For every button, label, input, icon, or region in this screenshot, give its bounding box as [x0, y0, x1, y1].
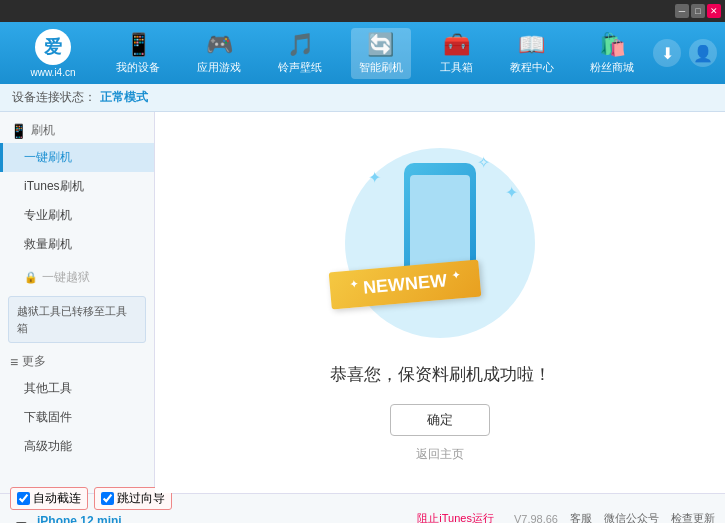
sidebar-section-more-header: ≡ 更多: [0, 347, 154, 374]
nav-smart-flash[interactable]: 🔄 智能刷机: [351, 28, 411, 79]
ringtone-icon: 🎵: [287, 32, 314, 58]
wechat-link[interactable]: 微信公众号: [604, 511, 659, 523]
sparkle-icon-1: ✦: [368, 168, 381, 187]
bottom-right: V7.98.66 客服 微信公众号 检查更新: [514, 511, 715, 523]
status-label: 设备连接状态：: [12, 89, 96, 106]
new-stars-left: ✦: [349, 278, 358, 290]
content-area: ✦ ✦ ✧ ✦ NEWNEW ✦ 恭喜您，保资料刷机成功啦！ 确定 返回主页: [155, 112, 725, 493]
service-link[interactable]: 客服: [570, 511, 592, 523]
phone-screen: [410, 175, 470, 275]
top-nav: 爱 www.i4.cn 📱 我的设备 🎮 应用游戏 🎵 铃声壁纸 🔄 智能刷机 …: [0, 22, 725, 84]
new-stars-right: ✦: [451, 269, 460, 281]
new-badge-text: NEW: [362, 274, 406, 298]
sidebar-section-more: ≡ 更多 其他工具 下载固件 高级功能: [0, 347, 154, 461]
sidebar-item-advanced[interactable]: 高级功能: [0, 432, 154, 461]
tutorial-icon: 📖: [518, 32, 545, 58]
confirm-button[interactable]: 确定: [390, 404, 490, 436]
sidebar-item-other-tools[interactable]: 其他工具: [0, 374, 154, 403]
download-button[interactable]: ⬇: [653, 39, 681, 67]
app-game-label: 应用游戏: [197, 60, 241, 75]
smart-flash-icon: 🔄: [367, 32, 394, 58]
lock-icon: 🔒: [24, 271, 38, 284]
smart-flash-label: 智能刷机: [359, 60, 403, 75]
sidebar-jailbreak-info: 越狱工具已转移至工具箱: [8, 296, 146, 343]
sidebar-section-flash: 📱 刷机 一键刷机 iTunes刷机 专业刷机 救量刷机: [0, 116, 154, 259]
go-home-link[interactable]: 返回主页: [416, 446, 464, 463]
logo-subtext: www.i4.cn: [30, 67, 75, 78]
tutorial-label: 教程中心: [510, 60, 554, 75]
sidebar-item-download-firmware[interactable]: 下载固件: [0, 403, 154, 432]
app-game-icon: 🎮: [206, 32, 233, 58]
sidebar-item-restore-flash[interactable]: 救量刷机: [0, 230, 154, 259]
sparkle-icon-2: ✦: [505, 183, 518, 202]
my-device-icon: 📱: [125, 32, 152, 58]
device-name: iPhone 12 mini: [37, 514, 122, 523]
sparkle-icon-3: ✧: [477, 153, 490, 172]
bottom-bar: 自动截连 跳过向导 📱 iPhone 12 mini 64GB Down-12m…: [0, 493, 725, 523]
title-bar: ─ □ ✕: [0, 0, 725, 22]
device-info: 📱 iPhone 12 mini 64GB Down-12mini-13,1: [10, 514, 417, 523]
more-section-label: 更多: [22, 353, 46, 370]
sidebar-jailbreak-header: 🔒 一键越狱: [0, 263, 154, 292]
checkbox-auto-reconnect[interactable]: 自动截连: [10, 487, 88, 510]
toolbox-icon: 🧰: [443, 32, 470, 58]
jailbreak-label: 一键越狱: [42, 269, 90, 286]
nav-app-game[interactable]: 🎮 应用游戏: [189, 28, 249, 79]
maximize-button[interactable]: □: [691, 4, 705, 18]
sidebar-section-flash-header: 📱 刷机: [0, 116, 154, 143]
check-update-link[interactable]: 检查更新: [671, 511, 715, 523]
my-device-label: 我的设备: [116, 60, 160, 75]
ringtone-label: 铃声壁纸: [278, 60, 322, 75]
user-button[interactable]: 👤: [689, 39, 717, 67]
stop-itunes-button[interactable]: 阻止iTunes运行: [417, 511, 494, 523]
success-text: 恭喜您，保资料刷机成功啦！: [330, 363, 551, 386]
sidebar-item-one-key-flash[interactable]: 一键刷机: [0, 143, 154, 172]
status-value: 正常模式: [100, 89, 148, 106]
nav-my-device[interactable]: 📱 我的设备: [108, 28, 168, 79]
minimize-button[interactable]: ─: [675, 4, 689, 18]
bottom-stop: 阻止iTunes运行: [417, 511, 494, 523]
logo-icon: 爱: [35, 29, 71, 65]
auto-reconnect-checkbox[interactable]: [17, 492, 30, 505]
sidebar-item-pro-flash[interactable]: 专业刷机: [0, 201, 154, 230]
more-section-icon: ≡: [10, 354, 18, 370]
logo[interactable]: 爱 www.i4.cn: [8, 29, 98, 78]
status-bar: 设备连接状态： 正常模式: [0, 84, 725, 112]
sidebar-section-jailbreak: 🔒 一键越狱 越狱工具已转移至工具箱: [0, 263, 154, 343]
auto-reconnect-label: 自动截连: [33, 490, 81, 507]
skip-wizard-checkbox[interactable]: [101, 492, 114, 505]
toolbox-label: 工具箱: [440, 60, 473, 75]
main-layout: 📱 刷机 一键刷机 iTunes刷机 专业刷机 救量刷机 🔒 一键越狱: [0, 112, 725, 493]
nav-toolbox[interactable]: 🧰 工具箱: [432, 28, 481, 79]
version-text: V7.98.66: [514, 513, 558, 524]
nav-ringtone[interactable]: 🎵 铃声壁纸: [270, 28, 330, 79]
flash-section-icon: 📱: [10, 123, 27, 139]
nav-fan-mall[interactable]: 🛍️ 粉丝商城: [582, 28, 642, 79]
close-button[interactable]: ✕: [707, 4, 721, 18]
flash-section-label: 刷机: [31, 122, 55, 139]
sidebar-item-itunes-flash[interactable]: iTunes刷机: [0, 172, 154, 201]
nav-items: 📱 我的设备 🎮 应用游戏 🎵 铃声壁纸 🔄 智能刷机 🧰 工具箱 📖 教程中心…: [98, 28, 653, 79]
nav-right: ⬇ 👤: [653, 39, 717, 67]
nav-tutorial[interactable]: 📖 教程中心: [502, 28, 562, 79]
device-details: iPhone 12 mini 64GB Down-12mini-13,1: [37, 514, 122, 523]
hero-illustration: ✦ ✦ ✧ ✦ NEWNEW ✦: [340, 143, 540, 343]
fan-mall-label: 粉丝商城: [590, 60, 634, 75]
sidebar: 📱 刷机 一键刷机 iTunes刷机 专业刷机 救量刷机 🔒 一键越狱: [0, 112, 155, 493]
fan-mall-icon: 🛍️: [599, 32, 626, 58]
